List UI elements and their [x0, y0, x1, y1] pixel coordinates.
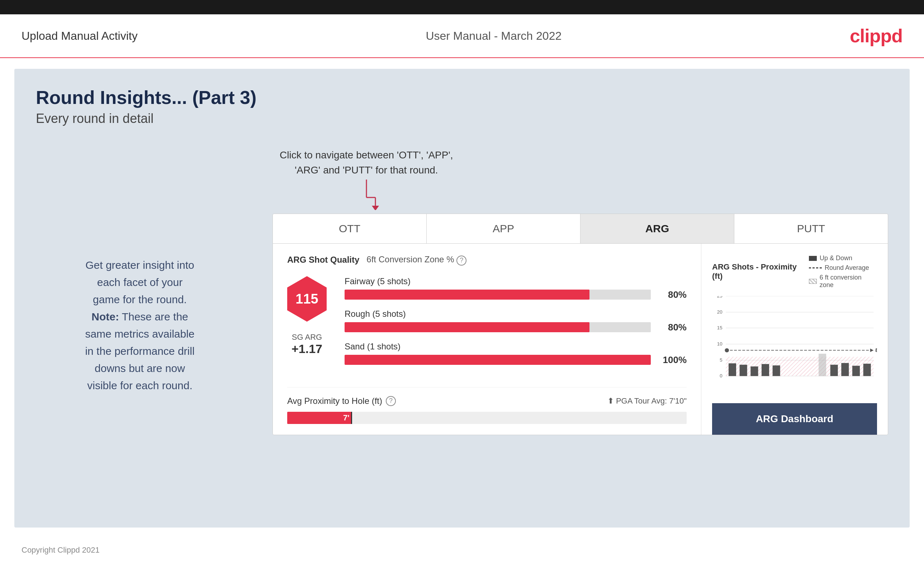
- svg-text:25: 25: [717, 296, 722, 298]
- chart-legend: Up & Down Round Average 6 ft conversion …: [809, 255, 877, 289]
- card-panel: OTT APP ARG PUTT ARG Shot Quality 6ft Co…: [273, 214, 888, 435]
- bar-pct-fairway: 80%: [658, 289, 687, 300]
- instruction-text: Get greater insight into each facet of y…: [36, 256, 244, 394]
- content-layout: Get greater insight into each facet of y…: [36, 214, 888, 435]
- bar-label-sand: Sand (1 shots): [344, 342, 687, 351]
- bar-track-rough: [344, 322, 651, 332]
- hex-score: 115: [287, 276, 326, 322]
- svg-marker-3: [372, 206, 379, 210]
- bars-section: Fairway (5 shots) 80% Rough (5 shots): [344, 276, 687, 374]
- left-panel: Get greater insight into each facet of y…: [36, 214, 244, 394]
- svg-text:10: 10: [717, 341, 722, 347]
- chart-svg: 0 5 10 15 20 25: [712, 296, 877, 392]
- bar-row-sand: Sand (1 shots) 100%: [344, 342, 687, 366]
- svg-rect-25: [841, 363, 849, 376]
- bar-label-rough: Rough (5 shots): [344, 309, 687, 319]
- header: Upload Manual Activity User Manual - Mar…: [0, 15, 924, 58]
- chart-title: ARG Shots - Proximity (ft): [712, 262, 809, 281]
- svg-rect-20: [750, 366, 758, 376]
- shot-quality-label: ARG Shot Quality: [287, 255, 359, 265]
- bar-fill-sand: [344, 355, 651, 365]
- bar-row-rough: Rough (5 shots) 80%: [344, 309, 687, 333]
- sg-value: +1.17: [287, 342, 326, 356]
- arrow-svg: [349, 178, 384, 210]
- proximity-marker: [351, 412, 352, 424]
- annotation-text-block: Click to navigate between 'OTT', 'APP','…: [279, 148, 453, 210]
- svg-text:8: 8: [875, 347, 877, 353]
- svg-point-29: [725, 348, 729, 352]
- annotation-area: Click to navigate between 'OTT', 'APP','…: [279, 148, 888, 210]
- bar-label-fairway: Fairway (5 shots): [344, 276, 687, 286]
- note-bold: Note:: [91, 311, 119, 322]
- copyright-text: Copyright Clippd 2021: [21, 545, 100, 554]
- svg-rect-26: [852, 366, 860, 376]
- legend-round-avg: Round Average: [809, 264, 877, 272]
- bar-fill-fairway: [344, 290, 590, 300]
- tab-ott[interactable]: OTT: [273, 214, 427, 243]
- card-body: ARG Shot Quality 6ft Conversion Zone % ?…: [273, 244, 888, 435]
- upload-activity-label: Upload Manual Activity: [21, 29, 138, 43]
- user-manual-label: User Manual - March 2022: [426, 29, 562, 43]
- svg-text:20: 20: [717, 309, 722, 315]
- svg-rect-24: [830, 365, 838, 376]
- svg-rect-23: [819, 354, 826, 376]
- help-icon[interactable]: ?: [456, 256, 467, 266]
- tabs-row: OTT APP ARG PUTT: [273, 214, 888, 244]
- bar-pct-sand: 100%: [658, 355, 687, 366]
- pga-avg: ⬆ PGA Tour Avg: 7'10": [607, 396, 687, 406]
- bar-track-fairway: [344, 290, 651, 300]
- top-bar: [0, 0, 924, 15]
- bar-track-sand: [344, 355, 651, 365]
- svg-text:15: 15: [717, 325, 722, 330]
- bar-pct-rough: 80%: [658, 322, 687, 333]
- proximity-help-icon[interactable]: ?: [386, 396, 396, 406]
- chart-header: ARG Shots - Proximity (ft) Up & Down Rou…: [712, 255, 877, 289]
- tab-app[interactable]: APP: [427, 214, 580, 243]
- score-section: 115 SG ARG +1.17 Fairway (5 shots): [287, 276, 687, 374]
- arg-dashboard-button[interactable]: ARG Dashboard: [712, 403, 877, 435]
- annotation-text: Click to navigate between 'OTT', 'APP','…: [279, 148, 453, 178]
- sg-label: SG ARG: [287, 333, 326, 342]
- tab-putt[interactable]: PUTT: [734, 214, 888, 243]
- proximity-fill: [287, 412, 351, 424]
- page-subtitle: Every round in detail: [36, 111, 888, 126]
- footer: Copyright Clippd 2021: [0, 538, 924, 562]
- svg-rect-18: [729, 363, 736, 376]
- proximity-bar-wrapper: 7': [287, 412, 687, 424]
- legend-dashed-icon: [809, 268, 822, 268]
- legend-6ft-zone: 6 ft conversion zone: [809, 274, 877, 289]
- svg-rect-22: [773, 366, 780, 376]
- svg-rect-27: [863, 364, 871, 376]
- svg-text:0: 0: [720, 373, 722, 379]
- clippd-logo: clippd: [850, 25, 903, 47]
- bar-fill-rough: [344, 322, 590, 332]
- proximity-value: 7': [343, 413, 349, 422]
- svg-marker-30: [870, 349, 874, 352]
- hexagon-container: 115 SG ARG +1.17: [287, 276, 326, 356]
- svg-rect-19: [740, 365, 747, 376]
- legend-up-down: Up & Down: [809, 255, 877, 262]
- legend-hatched-icon: [809, 279, 817, 284]
- proximity-section: Avg Proximity to Hole (ft) ? ⬆ PGA Tour …: [287, 387, 687, 424]
- main-content: Round Insights... (Part 3) Every round i…: [15, 69, 909, 527]
- chart-area: 0 5 10 15 20 25: [712, 296, 877, 400]
- card-right-section: ARG Shots - Proximity (ft) Up & Down Rou…: [701, 244, 888, 435]
- tab-arg[interactable]: ARG: [580, 214, 734, 243]
- svg-rect-21: [762, 364, 769, 376]
- page-title: Round Insights... (Part 3): [36, 87, 888, 108]
- conversion-label: 6ft Conversion Zone % ?: [367, 255, 467, 266]
- proximity-label: Avg Proximity to Hole (ft) ?: [287, 396, 396, 406]
- svg-rect-17: [726, 357, 874, 376]
- svg-text:5: 5: [720, 357, 722, 363]
- bar-row-fairway: Fairway (5 shots) 80%: [344, 276, 687, 300]
- arg-section-header: ARG Shot Quality 6ft Conversion Zone % ?: [287, 255, 687, 266]
- card-left-section: ARG Shot Quality 6ft Conversion Zone % ?…: [273, 244, 701, 435]
- legend-box-icon: [809, 256, 817, 261]
